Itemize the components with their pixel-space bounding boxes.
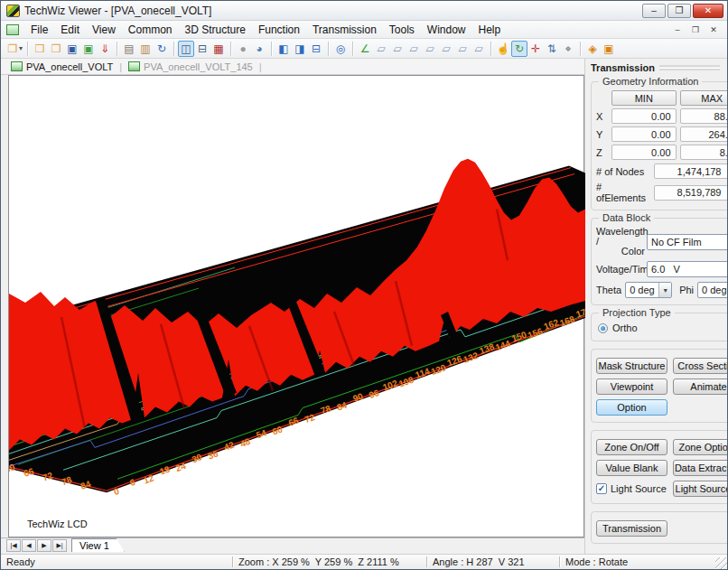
axis-view-button[interactable]: ∠: [357, 41, 373, 57]
tile-vertical-button[interactable]: ◨: [292, 41, 308, 57]
menu-help[interactable]: Help: [472, 23, 508, 37]
panel-bottom-toggle[interactable]: ⊟: [194, 41, 210, 57]
theta-dropdown[interactable]: 0 deg ▼: [625, 282, 672, 298]
menu-transmission[interactable]: Transmission: [306, 23, 383, 37]
zone-onoff-button[interactable]: Zone On/Off: [596, 439, 667, 455]
wavelength-color-dropdown[interactable]: No CF Film ▼: [647, 234, 728, 250]
save-button[interactable]: ▣: [64, 41, 80, 57]
tab-pva-onecell-volt[interactable]: PVA_onecell_VOLT: [6, 59, 117, 74]
light-source-button[interactable]: Light Source ...: [673, 481, 728, 497]
mdi-close-button[interactable]: ✕: [705, 23, 722, 36]
zone-options-button[interactable]: Zone Options: [673, 439, 728, 455]
cube-view-back[interactable]: ▱: [389, 41, 406, 57]
menu-tools[interactable]: Tools: [383, 23, 421, 37]
save-all-button[interactable]: ▣: [80, 41, 97, 57]
view-1-tab[interactable]: View 1: [71, 538, 125, 552]
spin-tool-button[interactable]: ⇅: [544, 41, 560, 57]
open-folder-button[interactable]: ❐: [48, 41, 64, 57]
z-max-value: 8.36: [680, 145, 728, 160]
cube-view-front[interactable]: ▱: [373, 41, 389, 57]
prev-view-button[interactable]: ◀: [22, 539, 36, 552]
capture-button[interactable]: ▤: [121, 41, 137, 57]
cross-section-button[interactable]: Cross Section: [673, 358, 728, 374]
menu-function[interactable]: Function: [252, 23, 306, 37]
cube-view-iso[interactable]: ▱: [471, 41, 487, 57]
first-view-button[interactable]: |◀: [6, 539, 21, 552]
y-row-label: Y: [596, 129, 608, 140]
mdi-minimize-button[interactable]: –: [669, 23, 686, 36]
panel-grip[interactable]: [659, 65, 720, 70]
view-nav: |◀◀▶▶|: [6, 539, 68, 552]
zoom-all-button[interactable]: ◎: [332, 41, 349, 57]
option-button[interactable]: Option: [596, 399, 667, 416]
toolbar-separator: [230, 42, 231, 56]
cube-view-left[interactable]: ▱: [406, 41, 422, 57]
viewpoint-button[interactable]: Viewpoint: [596, 378, 667, 395]
rotate-tool-button[interactable]: ↻: [511, 41, 527, 57]
tab-separator: |: [259, 61, 262, 72]
status-angle: Angle : H 287 V 321: [427, 555, 559, 569]
cascade-windows-button[interactable]: ◧: [275, 41, 292, 57]
mdi-restore-button[interactable]: ❐: [687, 23, 704, 36]
value-blank-button[interactable]: Value Blank: [596, 460, 667, 476]
magnify-tool-button[interactable]: ⌖: [560, 41, 576, 57]
paste-button[interactable]: ▥: [137, 41, 154, 57]
elements-value: 8,519,789: [654, 185, 728, 201]
data-extraction-button[interactable]: Data Extraction: [673, 460, 728, 476]
move-tool-button[interactable]: ✛: [527, 41, 544, 57]
max-column-header: MAX: [680, 90, 728, 106]
app-icon: [6, 5, 20, 17]
tab-pva-onecell-volt-145[interactable]: PVA_onecell_VOLT_145: [124, 59, 257, 74]
z-min-value: 0.00: [611, 145, 677, 160]
transmission-button[interactable]: Transmission: [596, 520, 667, 537]
toolbar-separator: [173, 42, 174, 56]
close-button[interactable]: ✕: [693, 4, 723, 18]
menu-common[interactable]: Common: [122, 23, 179, 37]
ortho-radio[interactable]: [598, 323, 608, 333]
phi-dropdown[interactable]: 0 deg ▼: [697, 282, 728, 298]
help-button[interactable]: ●: [235, 41, 251, 57]
cube-view-top[interactable]: ▱: [438, 41, 454, 57]
maximize-button[interactable]: ❐: [667, 4, 691, 18]
3d-viewport[interactable]: 0612182430364248546066727884909610210811…: [8, 75, 584, 537]
projection-type-group: Projection Type Ortho: [591, 313, 728, 341]
resize-grip[interactable]: [715, 557, 727, 569]
report-panel-toggle[interactable]: ▦: [210, 41, 227, 57]
toolbar-separator: [352, 42, 353, 56]
panel-title: Transmission: [591, 62, 655, 73]
group-title: Data Block: [599, 212, 654, 223]
refresh-button[interactable]: ↻: [154, 41, 170, 57]
info-button[interactable]: ◕: [251, 41, 267, 57]
voltage-time-dropdown[interactable]: 6.0 V ▼: [647, 261, 728, 277]
next-view-button[interactable]: ▶: [37, 539, 51, 552]
mask-structure-button[interactable]: Mask Structure: [596, 358, 667, 374]
zone-frame-button[interactable]: ▣: [601, 41, 617, 57]
menu-view[interactable]: View: [86, 23, 122, 37]
view-tab-bar: |◀◀▶▶| View 1: [1, 537, 584, 552]
pan-tool-button[interactable]: ☝: [495, 41, 511, 57]
cube-view-bottom[interactable]: ▱: [454, 41, 471, 57]
z-row-label: Z: [596, 147, 608, 158]
new-folder-button[interactable]: ❒: [32, 41, 48, 57]
menu-file[interactable]: File: [24, 23, 54, 37]
animate-button[interactable]: Animate: [673, 378, 728, 395]
tile-horizontal-button[interactable]: ⊟: [308, 41, 324, 57]
open-dropdown-caret[interactable]: ▾: [19, 44, 23, 52]
light-source-checkbox[interactable]: ✓: [596, 483, 607, 494]
min-column-header: MIN: [611, 90, 677, 106]
status-mode: Mode : Rotate: [560, 555, 659, 569]
export-button[interactable]: ⇓: [97, 41, 113, 57]
menu-window[interactable]: Window: [421, 23, 472, 37]
techwiz-lcd-watermark: TechWiz LCD: [27, 519, 88, 529]
zone-highlight-button[interactable]: ◈: [584, 41, 601, 57]
transmission-panel: Transmission □ ✕ Geometry Information MI…: [584, 59, 728, 554]
cube-view-right[interactable]: ▱: [422, 41, 438, 57]
minimize-button[interactable]: –: [642, 4, 666, 18]
panel-left-toggle[interactable]: ◫: [178, 41, 194, 57]
y-max-value: 264.00: [680, 126, 728, 142]
theta-label: Theta: [596, 285, 621, 295]
last-view-button[interactable]: ▶|: [52, 539, 67, 552]
toolbar-separator: [27, 42, 28, 56]
menu-3d-structure[interactable]: 3D Structure: [179, 23, 252, 37]
menu-edit[interactable]: Edit: [54, 23, 86, 37]
